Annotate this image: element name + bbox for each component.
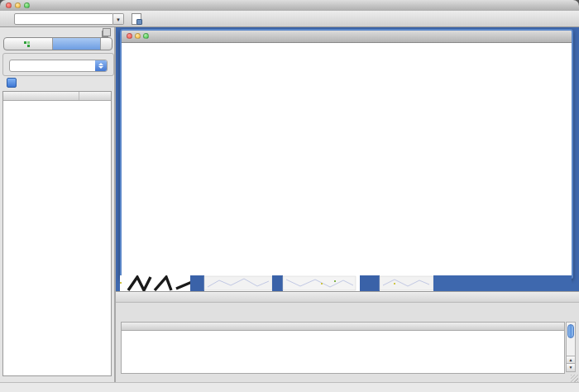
control-panel [0,27,116,383]
close-icon[interactable] [127,33,132,39]
column-nodes[interactable] [79,92,111,100]
title-bar[interactable] [0,0,579,12]
tab-mosaic[interactable] [53,38,102,50]
select-nodes-checkbox[interactable] [7,78,17,88]
search-options-icon[interactable] [129,12,143,26]
dropdown-stepper-icon[interactable] [95,60,107,71]
tab-overflow-arrow[interactable] [101,38,112,50]
minimize-icon[interactable] [135,33,141,39]
main-toolbar: ▼ [0,11,579,27]
network-tree [2,91,112,376]
scroll-down-icon[interactable]: ▼ [567,363,575,371]
column-network[interactable] [3,92,79,100]
tree-header[interactable] [3,92,111,101]
data-panel-toolbar [116,302,579,321]
node-color-dropdown[interactable] [9,60,108,72]
float-panel-icon[interactable] [103,28,111,36]
control-panel-tabs [3,37,112,50]
node-color-selection-group [2,53,114,76]
table-scrollbar[interactable]: ▲ ▼ [566,322,576,372]
maximize-icon[interactable] [143,33,149,39]
control-panel-title [0,27,114,36]
resize-grip[interactable] [571,375,578,382]
data-panel: ▲ ▼ [116,291,579,383]
search-dropdown-arrow-icon[interactable]: ▼ [113,13,124,25]
status-bar [0,382,579,392]
zoom-button[interactable] [24,2,30,8]
network-window-titlebar[interactable] [122,31,572,43]
scrollbar-thumb[interactable] [567,324,574,338]
background-windows-strip [120,275,572,291]
network-canvas[interactable] [122,43,572,274]
network-glyph-icon [24,41,30,47]
minimize-button[interactable] [15,2,21,8]
search-input[interactable] [14,13,113,25]
application-window: ▼ [0,0,579,392]
network-desktop [116,27,579,291]
attribute-table [121,322,565,374]
network-view-window[interactable] [120,29,573,279]
close-button[interactable] [6,2,12,8]
tab-network[interactable] [4,38,53,50]
